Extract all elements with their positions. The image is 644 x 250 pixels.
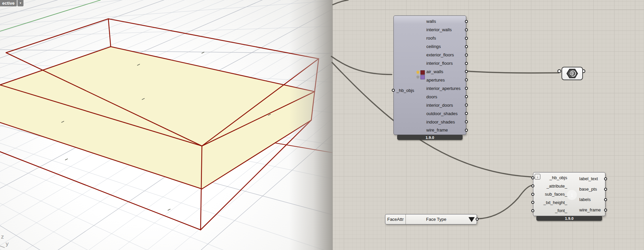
path-segment[interactable] <box>108 19 111 47</box>
output-row: indoor_shades <box>426 118 466 126</box>
output-label: indoor_shades <box>426 119 455 124</box>
input-label: _hb_objs <box>396 88 414 93</box>
output-grip[interactable] <box>604 188 607 191</box>
output-label: exterior_floors <box>426 52 454 57</box>
axis-gizmo-y-label: y <box>6 241 9 247</box>
value-list-dropdown-button[interactable] <box>467 214 477 224</box>
dropdown-triangle-icon <box>469 217 475 222</box>
output-label: air_walls <box>426 69 443 74</box>
viewport-3d-scene <box>0 0 333 250</box>
spiral-hexagon-icon <box>565 67 580 80</box>
output-row: labels <box>579 194 605 205</box>
value-list-name: FaceAttr <box>385 214 406 224</box>
version-badge: 1.9.0 <box>536 216 602 221</box>
output-grip[interactable] <box>465 37 468 40</box>
output-grip[interactable] <box>604 177 607 180</box>
face-label-mark <box>168 209 170 210</box>
output-grip[interactable] <box>465 53 468 56</box>
output-row: walls <box>426 17 466 26</box>
input-row: _txt_height_ <box>533 198 567 207</box>
output-label: roofs <box>426 36 436 41</box>
vis-outputs: walls interior_walls roofs ceilings exte… <box>426 16 466 134</box>
input-grip[interactable] <box>531 193 534 196</box>
input-row: _attribute_ <box>533 182 567 190</box>
output-row: interior_doors <box>426 101 466 109</box>
output-label: doors <box>426 94 437 99</box>
output-grip[interactable] <box>465 70 468 73</box>
viewport-tab-text: ective <box>2 1 15 6</box>
input-grip[interactable] <box>531 185 534 188</box>
input-row: _font_ <box>533 207 567 215</box>
label-faces-outputs: label_text base_pts labels wire_frame <box>579 172 605 215</box>
input-label: _txt_height_ <box>543 200 567 205</box>
viewport-tab-menu-button[interactable]: ▼ <box>17 0 23 6</box>
input-grip[interactable] <box>531 209 534 212</box>
output-label: wire_frame <box>426 128 448 133</box>
output-row: apertures <box>426 76 466 84</box>
app-window: ective ▼ z y _hb_objs <box>0 0 644 250</box>
path-segment[interactable] <box>6 19 108 53</box>
output-grip[interactable] <box>465 20 468 23</box>
output-label: ceilings <box>426 44 441 49</box>
output-grip[interactable] <box>465 79 468 82</box>
input-label: _attribute_ <box>547 184 567 189</box>
component-ghost-icon: 1 <box>567 190 577 200</box>
output-grip[interactable] <box>465 120 468 123</box>
output-grip[interactable] <box>465 28 468 31</box>
output-grip[interactable] <box>465 104 468 107</box>
vis-input-row: _hb_objs <box>394 86 426 95</box>
output-label: label_text <box>579 176 598 181</box>
chevron-down-icon: ▼ <box>19 2 22 5</box>
input-grip[interactable] <box>392 89 395 92</box>
output-grip[interactable] <box>604 208 607 211</box>
param-input-grip[interactable] <box>557 69 561 73</box>
label-faces-inputs: _hb_objs _attribute_ sub_faces_ _txt_hei… <box>533 172 567 215</box>
axis-gizmo-z-label: z <box>1 234 4 240</box>
output-row: outdoor_shades <box>426 109 466 118</box>
output-row: interior_walls <box>426 26 466 34</box>
output-grip[interactable] <box>465 95 468 98</box>
output-grip[interactable] <box>465 112 468 115</box>
output-grip[interactable] <box>465 62 468 65</box>
hb-label-faces-component[interactable]: ↓ 1 _hb_objs _attribute_ sub_faces_ _txt… <box>533 172 605 216</box>
output-row: air_walls <box>426 67 466 76</box>
output-grip[interactable] <box>465 129 468 132</box>
vis-by-type-icon <box>416 70 425 80</box>
input-label: _hb_objs <box>549 175 567 180</box>
output-label: interior_apertures <box>426 86 461 91</box>
hb-vis-by-type-component[interactable]: _hb_objs walls interior_walls roofs ceil… <box>393 15 466 135</box>
viewport-tab-perspective[interactable]: ective <box>0 0 17 6</box>
output-label: outdoor_shades <box>426 111 458 116</box>
output-label: wire_frame <box>579 207 601 212</box>
input-grip[interactable] <box>531 201 534 204</box>
version-text: 1.9.0 <box>426 136 434 140</box>
output-grip[interactable] <box>604 198 607 201</box>
output-row: doors <box>426 93 466 101</box>
output-row: interior_apertures <box>426 84 466 93</box>
output-label: interior_floors <box>426 61 453 66</box>
output-row: base_pts <box>579 184 605 194</box>
output-label: base_pts <box>579 187 597 192</box>
output-label: interior_walls <box>426 27 452 32</box>
version-text: 1.9.0 <box>565 216 574 220</box>
input-label: _font_ <box>555 208 567 213</box>
output-row: label_text <box>579 173 605 184</box>
output-row: wire_frame <box>579 205 605 215</box>
value-list-faceattr[interactable]: FaceAttr Face Type <box>385 214 477 224</box>
output-label: walls <box>426 19 436 24</box>
input-label: sub_faces_ <box>545 192 568 197</box>
value-list-selected-item[interactable]: Face Type <box>406 214 467 224</box>
output-grip[interactable] <box>465 45 468 48</box>
output-row: wire_frame <box>426 126 466 134</box>
output-row: interior_floors <box>426 59 466 67</box>
value-list-selected-text: Face Type <box>426 217 446 222</box>
output-grip[interactable] <box>465 87 468 90</box>
rhino-viewport[interactable]: ective ▼ z y <box>0 0 333 250</box>
input-row: _hb_objs <box>533 174 567 182</box>
input-row: sub_faces_ <box>533 190 567 199</box>
input-grip[interactable] <box>531 176 534 179</box>
output-row: ceilings <box>426 42 466 51</box>
value-list-output-grip[interactable] <box>476 218 479 221</box>
wall-faces[interactable] <box>0 47 315 189</box>
version-badge: 1.9.0 <box>397 135 463 140</box>
